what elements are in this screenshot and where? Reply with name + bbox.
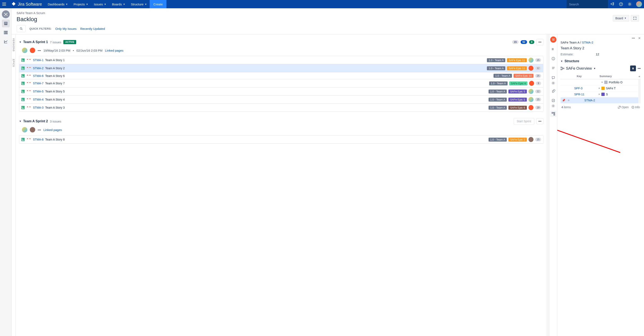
estimate-value[interactable]: 12 — [596, 52, 599, 56]
structure-row[interactable]: SPR-11▼S — [560, 91, 638, 97]
nav-item[interactable]: Dashboards▼ — [45, 0, 71, 8]
twisty-icon[interactable]: ▼ — [600, 81, 604, 83]
backlog-issue-row[interactable]: ⌃⌃ STMA-6 Team A Story 6 1.0 - Team A SA… — [19, 72, 543, 79]
rail-reports-icon[interactable] — [2, 38, 10, 46]
structure-pin-button[interactable] — [630, 66, 636, 71]
fullscreen-button[interactable] — [631, 15, 639, 22]
assignee-avatar[interactable] — [528, 66, 534, 71]
version-lozenge[interactable]: 1.0 - Team A — [488, 90, 507, 93]
detail-close-icon[interactable]: ✕ — [638, 37, 641, 40]
epic-lozenge[interactable]: SAFe Epic 10 — [514, 74, 534, 78]
feedback-icon[interactable] — [608, 0, 617, 8]
nav-item[interactable]: Boards▼ — [109, 0, 128, 8]
estimate-badge[interactable]: 15 — [535, 98, 541, 101]
more-assignees-icon[interactable]: ••• — [38, 128, 41, 132]
assignee-avatar[interactable] — [529, 81, 534, 86]
assignee-avatar[interactable] — [528, 58, 534, 63]
backlog-issue-row[interactable]: ⌃⌃ STMA-3 Team A Story 3 1.0 - Team A SA… — [19, 104, 543, 111]
backlog-issue-row[interactable]: ⌃⌃ STMA-8 Team A Story 8 1.0 - Team A SA… — [19, 135, 543, 143]
estimate-badge[interactable]: 25 — [535, 74, 541, 78]
structure-more-icon[interactable]: ••• — [638, 67, 641, 70]
assignee-avatar[interactable] — [30, 48, 35, 53]
backlog-issue-row[interactable]: ⌃⌃ STMA-7 Team A Story 7 1.0 - Team A SA… — [19, 79, 543, 87]
estimate-badge[interactable]: 9 — [536, 81, 541, 85]
issue-key[interactable]: STMA-1 — [33, 58, 44, 62]
detail-app-icon[interactable] — [550, 37, 556, 43]
rail-network-icon[interactable] — [2, 10, 10, 18]
profile-avatar[interactable] — [636, 1, 642, 7]
sprint-actions-menu[interactable]: ••• — [536, 118, 544, 124]
epic-lozenge[interactable]: SAFe Epic 2 — [508, 138, 527, 141]
structure-issue-key[interactable]: STMA-2 — [584, 99, 595, 102]
detail-tab-details-icon[interactable] — [550, 46, 556, 52]
sprint-inprogress-pill[interactable]: 92 — [520, 40, 527, 44]
backlog-issue-row[interactable]: ⌃⌃ STMA-5 Team A Story 5 1.0 - Team A SA… — [19, 87, 543, 96]
issue-key[interactable]: STMA-2 — [33, 67, 44, 70]
global-search[interactable] — [566, 0, 608, 8]
sprint-todo-pill[interactable]: 15 — [512, 40, 518, 44]
issue-key[interactable]: STMA-4 — [33, 98, 44, 101]
epics-tab[interactable]: EPICS — [12, 55, 15, 71]
version-lozenge[interactable]: 1.0 - Team A — [488, 138, 507, 141]
epic-lozenge[interactable]: SAFe Epic 6 — [508, 106, 527, 110]
search-input[interactable] — [569, 3, 608, 6]
sprint-toggle[interactable]: ▼Team A Sprint 1 — [19, 40, 48, 44]
issue-key[interactable]: STMA-6 — [33, 74, 44, 78]
structure-row[interactable]: 📌STMA-2 — [560, 97, 638, 103]
app-switcher-icon[interactable] — [0, 3, 8, 6]
help-icon[interactable]: ? — [617, 0, 625, 8]
nav-item[interactable]: Issues▼ — [91, 0, 109, 8]
assignee-avatar[interactable] — [30, 127, 35, 132]
issue-key[interactable]: STMA-7 — [33, 82, 44, 85]
epic-lozenge[interactable]: SAFe Epic 11 — [507, 58, 527, 62]
estimate-badge[interactable]: 15 — [535, 58, 541, 62]
structure-add-column-icon[interactable]: ＋ — [638, 75, 641, 78]
issue-key[interactable]: STMA-5 — [33, 90, 44, 93]
more-assignees-icon[interactable]: ••• — [38, 49, 41, 52]
sprint-actions-menu[interactable]: ••• — [536, 39, 544, 45]
detail-tab-comments-icon[interactable] — [550, 75, 556, 81]
detail-tab-subtasks-icon[interactable] — [550, 97, 556, 104]
detail-tab-info-icon[interactable] — [550, 56, 556, 62]
structure-info-link[interactable]: Info — [632, 105, 640, 109]
rail-backlog-icon[interactable] — [2, 20, 10, 27]
version-lozenge[interactable]: 1.0 - Team A — [489, 81, 508, 85]
sprint-toggle[interactable]: ▼Team A Sprint 2 — [19, 119, 48, 123]
structure-open-link[interactable]: Open — [618, 105, 628, 109]
backlog-issue-row[interactable]: ⌃⌃ STMA-2 Team A Story 2 1.0 - Team A SA… — [19, 64, 543, 72]
assignee-avatar[interactable] — [528, 97, 534, 102]
backlog-issue-row[interactable]: ⌃⌃ STMA-1 Team A Story 1 1.0 - Team A SA… — [19, 56, 543, 64]
product-logo[interactable]: Jira Software — [8, 2, 45, 7]
linked-pages-link[interactable]: Linked pages — [44, 128, 62, 132]
versions-tab[interactable]: VERSIONS — [12, 34, 15, 55]
structure-issue-key[interactable]: SPR-11 — [574, 93, 597, 96]
detail-tab-description-icon[interactable] — [550, 65, 556, 71]
detail-tab-structure-icon[interactable] — [550, 111, 556, 117]
epic-lozenge[interactable]: SAFe Epic 5 — [508, 98, 527, 102]
structure-section-toggle[interactable]: ▼ Structure — [560, 59, 641, 63]
linked-pages-link[interactable]: Linked pages — [105, 49, 124, 52]
version-lozenge[interactable]: 1.0 - Team A — [488, 106, 507, 110]
detail-more-icon[interactable]: ••• — [632, 37, 635, 40]
epic-lozenge[interactable]: SAFe Epic 11 — [507, 66, 527, 70]
board-switcher[interactable]: Board ▼ — [613, 15, 629, 22]
estimate-badge[interactable]: 12 — [535, 90, 541, 93]
settings-icon[interactable] — [625, 0, 634, 8]
assignee-avatar[interactable] — [528, 137, 534, 142]
rail-board-icon[interactable] — [2, 29, 10, 37]
structure-issue-key[interactable]: SPF-3 — [574, 87, 597, 90]
project-name[interactable]: SAFe Team A Scrum — [16, 11, 45, 15]
assignee-avatar[interactable] — [22, 48, 27, 53]
structure-col-summary[interactable]: Summary — [600, 75, 638, 78]
assignee-avatar[interactable] — [528, 105, 534, 110]
quick-filter-link[interactable]: Recently Updated — [80, 27, 105, 31]
filter-search-button[interactable] — [16, 25, 26, 32]
version-lozenge[interactable]: 1.0 - Team A — [488, 98, 507, 102]
structure-row[interactable]: SPF-3▼SAFe T — [560, 85, 638, 91]
epic-lozenge[interactable]: SAFe Epic 4 — [509, 81, 528, 85]
assignee-avatar[interactable] — [528, 89, 534, 94]
assignee-avatar[interactable] — [22, 127, 27, 132]
nav-item[interactable]: Projects▼ — [71, 0, 91, 8]
twisty-icon[interactable]: ▼ — [597, 93, 601, 95]
structure-picker[interactable]: SAFe Overview ▼ — [560, 66, 596, 71]
